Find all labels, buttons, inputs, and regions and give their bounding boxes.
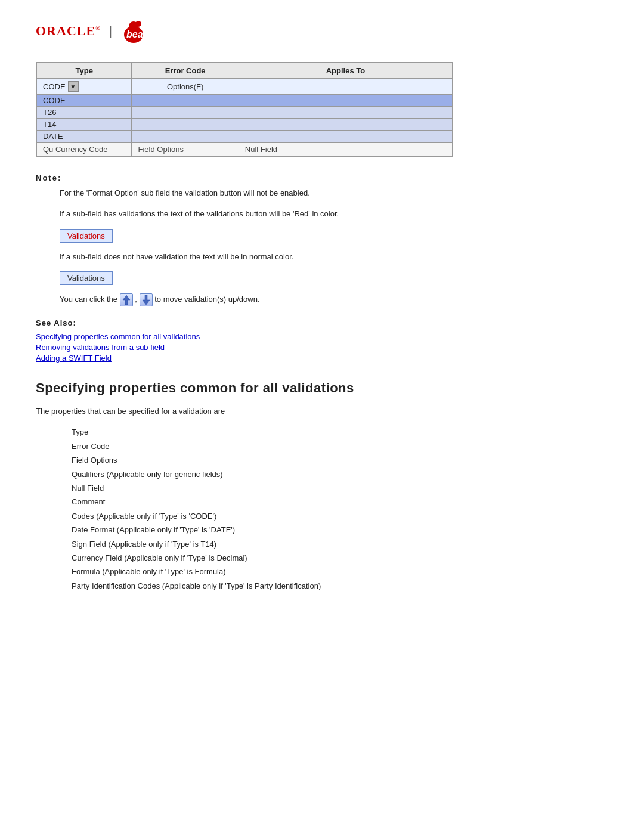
- table-row-code[interactable]: CODE: [37, 95, 453, 107]
- prop-sign-field: Sign Field (Applicable only if 'Type' is…: [72, 537, 608, 551]
- dropdown-value: CODE: [43, 82, 66, 91]
- list-item-code: CODE: [37, 95, 132, 107]
- list-item-t26-error: [132, 107, 239, 119]
- see-also-label: See Also:: [36, 318, 608, 327]
- validation-table: Type Error Code Applies To CODE ▼ Option…: [36, 63, 453, 157]
- list-item-date-error: [132, 131, 239, 143]
- options-cell: Options(F): [132, 79, 239, 95]
- svg-text:bea: bea: [126, 29, 143, 39]
- note-section: Note: For the 'Format Option' sub field …: [36, 174, 608, 306]
- oracle-logo-text: ORACLE®: [36, 23, 101, 39]
- table-row-date[interactable]: DATE: [37, 131, 453, 143]
- table-row-last: Qu Currency Code Field Options Null Fiel…: [37, 143, 453, 157]
- logo-divider: |: [109, 23, 113, 39]
- link-specifying-properties[interactable]: Specifying properties common for all val…: [36, 332, 608, 341]
- list-item-code-applies: [239, 95, 452, 107]
- col-header-applies-to: Applies To: [239, 63, 452, 79]
- bea-logo-svg: bea: [120, 18, 147, 44]
- prop-field-options: Field Options: [72, 453, 608, 467]
- note-text-3: If a sub-field does not have validation …: [60, 251, 608, 264]
- table-row-dropdown: CODE ▼ Options(F): [37, 79, 453, 95]
- move-text-suffix: to move validation(s) up/down.: [154, 295, 259, 304]
- link-removing-validations[interactable]: Removing validations from a sub field: [36, 343, 608, 352]
- up-arrow-svg: [122, 294, 131, 306]
- arrow-up-icon[interactable]: [120, 293, 133, 306]
- prop-codes: Codes (Applicable only if 'Type' is 'COD…: [72, 509, 608, 523]
- move-text-prefix: You can click the: [60, 295, 117, 304]
- move-text: You can click the , to move validation(s…: [60, 293, 608, 306]
- logo-area: ORACLE® | bea: [36, 18, 608, 44]
- note-text-2: If a sub-field has validations the text …: [60, 208, 608, 221]
- list-item-t14-applies: [239, 119, 452, 131]
- bea-logo: bea: [120, 18, 147, 44]
- dropdown-cell[interactable]: CODE ▼: [37, 79, 132, 95]
- list-item-t14: T14: [37, 119, 132, 131]
- applies-to-cell-1: [239, 79, 452, 95]
- last-row-col4: Null Field: [239, 143, 452, 157]
- col-header-error-code: Error Code: [132, 63, 239, 79]
- last-row-col3: Field Options: [132, 143, 239, 157]
- properties-list: Type Error Code Field Options Qualifiers…: [72, 425, 608, 593]
- list-item-t14-error: [132, 119, 239, 131]
- list-item-date-applies: [239, 131, 452, 143]
- prop-error-code: Error Code: [72, 439, 608, 453]
- list-item-t26: T26: [37, 107, 132, 119]
- arrow-separator: ,: [135, 295, 139, 304]
- prop-type: Type: [72, 425, 608, 439]
- table-row-t26[interactable]: T26: [37, 107, 453, 119]
- prop-currency-field: Currency Field (Applicable only if 'Type…: [72, 551, 608, 565]
- prop-date-format: Date Format (Applicable only if 'Type' i…: [72, 523, 608, 537]
- properties-intro: The properties that can be specified for…: [36, 407, 608, 416]
- down-arrow-svg: [141, 294, 151, 306]
- list-item-date: DATE: [37, 131, 132, 143]
- svg-marker-4: [123, 295, 130, 305]
- section-heading: Specifying properties common for all val…: [36, 380, 608, 396]
- dropdown-arrow-icon[interactable]: ▼: [68, 81, 79, 92]
- note-label: Note:: [36, 174, 608, 182]
- see-also-links: Specifying properties common for all val…: [36, 332, 608, 363]
- prop-formula: Formula (Applicable only if 'Type' is Fo…: [72, 565, 608, 578]
- prop-comment: Comment: [72, 495, 608, 509]
- prop-qualifiers: Qualifiers (Applicable only for generic …: [72, 467, 608, 481]
- svg-point-2: [135, 21, 141, 27]
- prop-null-field: Null Field: [72, 481, 608, 495]
- validations-button-red[interactable]: Validations: [60, 229, 113, 243]
- link-adding-swift-field[interactable]: Adding a SWIFT Field: [36, 354, 608, 363]
- svg-marker-5: [143, 295, 150, 305]
- prop-party-id: Party Identification Codes (Applicable o…: [72, 579, 608, 593]
- last-row-col1: Qu Currency Code: [37, 143, 132, 157]
- list-item-t26-applies: [239, 107, 452, 119]
- note-text-1: For the 'Format Option' sub field the va…: [60, 187, 608, 200]
- list-item-code-error: [132, 95, 239, 107]
- table-row-t14[interactable]: T14: [37, 119, 453, 131]
- validation-table-wrapper: Type Error Code Applies To CODE ▼ Option…: [36, 62, 453, 157]
- validations-button-normal[interactable]: Validations: [60, 271, 113, 285]
- table-header-row: Type Error Code Applies To: [37, 63, 453, 79]
- see-also-section: See Also: Specifying properties common f…: [36, 318, 608, 363]
- arrow-down-icon[interactable]: [140, 293, 153, 306]
- col-header-type: Type: [37, 63, 132, 79]
- oracle-reg-mark: ®: [95, 25, 100, 32]
